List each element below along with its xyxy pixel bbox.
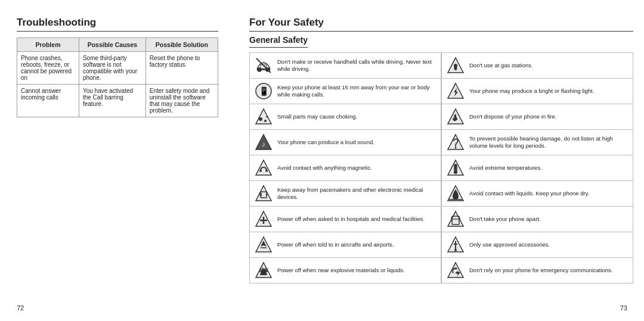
safety-item-liquid: Avoid contact with liquids. Keep your ph… <box>441 181 633 207</box>
safety-text-gas: Don't use at gas stations. <box>469 62 532 69</box>
col-problem: Problem <box>17 38 79 52</box>
liquid-icon <box>445 183 466 204</box>
left-page: Troubleshooting Problem Possible Causes … <box>0 0 233 321</box>
safety-text-hospital: Power off when asked to in hospitals and… <box>277 216 425 223</box>
safety-text-fire: Don't dispose of your phone in fire. <box>469 113 557 120</box>
safety-item-temperature: Avoid extreme temperatures. <box>441 155 633 181</box>
gas-icon <box>445 55 466 76</box>
safety-text-sound: Your phone can produce a loud sound. <box>277 139 374 146</box>
pacemaker-icon <box>253 183 274 204</box>
safety-item-hearing: To prevent possible hearing damage, do n… <box>441 130 633 155</box>
safety-text-accessories: Only use approved accessories. <box>469 241 550 248</box>
safety-item-driving: Don't make or receive handheld calls whi… <box>249 52 441 79</box>
hospital-icon <box>253 209 274 229</box>
svg-point-32 <box>455 147 457 149</box>
cause-cell-2: You have activated the Call barring feat… <box>79 85 145 117</box>
safety-item-flash: Your phone may produce a bright or flash… <box>441 79 633 104</box>
ear-icon: 📱 <box>253 81 274 101</box>
solution-cell-2: Enter safety mode and uninstall the soft… <box>145 85 218 117</box>
safety-item-explosive: Power off when near explosive materials … <box>249 258 441 283</box>
cause-cell-1: Some third-party software is not compati… <box>79 52 145 85</box>
page-number-right: 73 <box>620 304 627 311</box>
problem-cell-1: Phone crashes, reboots, freeze, or canno… <box>17 52 79 85</box>
safety-text-hearing: To prevent possible hearing damage, do n… <box>469 135 629 150</box>
svg-point-35 <box>454 170 457 174</box>
apart-icon <box>445 209 466 229</box>
safety-text-choking: Small parts may cause choking. <box>277 113 357 120</box>
table-row: Phone crashes, reboots, freeze, or canno… <box>17 52 218 85</box>
safety-text-apart: Don't take your phone apart. <box>469 216 541 223</box>
right-page: For Your Safety General Safety <box>233 0 644 321</box>
safety-item-sound: ♪ Your phone can produce a loud sound. <box>249 130 441 155</box>
safety-text-liquid: Avoid contact with liquids. Keep your ph… <box>469 190 589 197</box>
sound-icon: ♪ <box>253 132 274 152</box>
page-number-left: 72 <box>17 304 24 311</box>
col-solution: Possible Solution <box>145 38 218 52</box>
aircraft-icon <box>253 235 274 255</box>
safety-item-pacemaker: Keep away from pacemakers and other elec… <box>249 181 441 207</box>
safety-text-pacemaker: Keep away from pacemakers and other elec… <box>277 186 437 201</box>
svg-text:♪: ♪ <box>262 141 265 148</box>
safety-text-flash: Your phone may produce a bright or flash… <box>469 88 594 95</box>
svg-point-7 <box>259 117 262 121</box>
safety-text-driving: Don't make or receive handheld calls whi… <box>277 58 437 73</box>
svg-marker-6 <box>256 109 271 124</box>
fire-icon <box>445 107 466 127</box>
safety-item-apart: Don't take your phone apart. <box>441 207 633 232</box>
safety-item-gas: Don't use at gas stations. <box>441 52 633 79</box>
driving-icon <box>253 55 274 76</box>
safety-left-column: Don't make or receive handheld calls whi… <box>249 52 441 283</box>
safety-title: For Your Safety <box>249 17 633 32</box>
emergency-icon <box>445 260 466 281</box>
safety-text-magnetic: Avoid contact with anything magnetic. <box>277 164 372 172</box>
safety-text-explosive: Power off when near explosive materials … <box>277 267 405 274</box>
flash-icon <box>445 81 466 101</box>
safety-text-aircraft: Power off when told to in aircrafts and … <box>277 241 394 248</box>
trouble-table: Problem Possible Causes Possible Solutio… <box>17 38 218 117</box>
svg-marker-15 <box>256 186 271 201</box>
problem-cell-2: Cannot answer incoming calls <box>17 85 79 117</box>
svg-point-9 <box>267 116 268 118</box>
safety-right-column: Don't use at gas stations. Your phone ma… <box>441 52 633 283</box>
general-safety-title: General Safety <box>249 35 308 48</box>
safety-text-emergency: Don't rely on your phone for emergency c… <box>469 267 613 274</box>
safety-item-choking: Small parts may cause choking. <box>249 104 441 130</box>
safety-item-fire: Don't dispose of your phone in fire. <box>441 104 633 130</box>
explosive-icon <box>253 260 274 281</box>
svg-rect-36 <box>455 164 457 170</box>
temperature-icon <box>445 158 466 178</box>
safety-item-ear: 📱 Keep your phone at least 15 mm away fr… <box>249 79 441 104</box>
safety-text-temperature: Avoid extreme temperatures. <box>469 164 542 172</box>
safety-item-hospital: Power off when asked to in hospitals and… <box>249 207 441 232</box>
solution-cell-1: Reset the phone to factory status. <box>145 52 218 85</box>
svg-point-8 <box>264 120 267 122</box>
svg-text:📱: 📱 <box>259 86 270 96</box>
safety-text-ear: Keep your phone at least 15 mm away from… <box>277 84 437 99</box>
troubleshooting-title: Troubleshooting <box>17 17 218 32</box>
table-row: Cannot answer incoming calls You have ac… <box>17 85 218 117</box>
safety-item-accessories: Only use approved accessories. <box>441 232 633 258</box>
accessories-icon <box>445 235 466 255</box>
svg-marker-48 <box>448 263 463 278</box>
safety-grid: Don't make or receive handheld calls whi… <box>249 52 633 283</box>
magnetic-icon <box>253 158 274 178</box>
col-causes: Possible Causes <box>79 38 145 52</box>
safety-item-emergency: Don't rely on your phone for emergency c… <box>441 258 633 283</box>
safety-item-aircraft: Power off when told to in aircrafts and … <box>249 232 441 258</box>
svg-point-47 <box>454 249 457 251</box>
safety-item-magnetic: Avoid contact with anything magnetic. <box>249 155 441 181</box>
choking-icon <box>253 107 274 127</box>
hearing-icon <box>445 132 466 152</box>
